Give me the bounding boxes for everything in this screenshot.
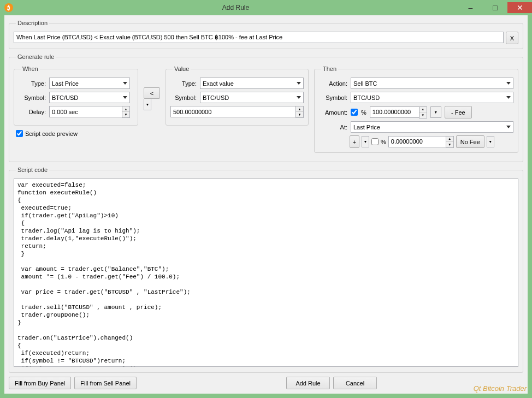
description-input[interactable] [14, 32, 504, 43]
plus-button[interactable]: + [350, 135, 359, 148]
generate-rule-fieldset: Generate rule When Type: Last Price Symb… [9, 54, 523, 162]
then-symbol-label: Symbol: [319, 94, 347, 101]
description-clear-button[interactable]: X [506, 32, 518, 44]
then-legend: Then [321, 66, 338, 72]
minus-fee-button[interactable]: - Fee [445, 106, 472, 118]
window-title: Add Rule [13, 4, 458, 11]
when-symbol-select[interactable]: BTC/USD [49, 92, 130, 103]
minimize-button[interactable]: – [458, 2, 483, 13]
value-amount-input[interactable] [170, 106, 295, 117]
cancel-button[interactable]: Cancel [333, 377, 377, 389]
script-code-fieldset: Script code var executed=false; function… [9, 167, 523, 373]
add-rule-button[interactable]: Add Rule [286, 377, 330, 389]
then-at-label: At: [319, 124, 347, 130]
maximize-button[interactable]: □ [483, 2, 507, 13]
when-type-select[interactable]: Last Price [49, 78, 130, 89]
titlebar: ₿ Add Rule – □ ✕ [0, 0, 532, 15]
when-legend: When [21, 66, 40, 72]
fill-from-sell-button[interactable]: Fill from Sell Panel [74, 377, 137, 389]
when-delay-spinner[interactable]: ▲▼ [122, 106, 130, 118]
offset-input[interactable] [388, 136, 446, 147]
close-button[interactable]: ✕ [507, 2, 532, 13]
then-amount-input[interactable] [370, 106, 419, 118]
then-amount-label: Amount: [319, 109, 347, 116]
offset-spinner[interactable]: ▲▼ [446, 136, 454, 148]
plus-dropdown[interactable]: ▼ [362, 136, 369, 147]
when-delay-input[interactable] [49, 106, 122, 117]
bottom-toolbar: Fill from Buy Panel Fill from Sell Panel… [9, 377, 523, 389]
value-type-label: Type: [170, 80, 197, 87]
when-type-label: Type: [19, 80, 46, 87]
then-action-select[interactable]: Sell BTC [351, 78, 513, 89]
then-amount-spinner[interactable]: ▲▼ [419, 106, 427, 118]
generate-rule-legend: Generate rule [16, 54, 56, 60]
nofee-dropdown[interactable]: ▼ [487, 136, 494, 147]
then-action-label: Action: [319, 80, 347, 87]
description-fieldset: Description X [9, 20, 523, 49]
value-amount-spinner[interactable]: ▲▼ [295, 106, 304, 118]
when-fieldset: When Type: Last Price Symbol: BTC/USD De… [14, 66, 138, 126]
bitcoin-icon: ₿ [4, 3, 13, 12]
brand-label: Qt Bitcoin Trader [474, 384, 527, 393]
value-fieldset: Value Type: Exact value Symbol: BTC/USD … [165, 66, 309, 126]
value-legend: Value [173, 66, 191, 72]
amount-checkbox[interactable] [351, 109, 358, 116]
when-symbol-label: Symbol: [19, 94, 46, 101]
value-symbol-label: Symbol: [170, 94, 197, 101]
content-area: Description X Generate rule When Type: L… [4, 15, 528, 394]
offset-checkbox[interactable] [371, 138, 379, 145]
amount-percent-label: % [361, 109, 367, 116]
then-symbol-select[interactable]: BTC/USD [351, 92, 513, 103]
script-code-textarea[interactable]: var executed=false; function executeRule… [14, 179, 518, 367]
then-at-select[interactable]: Last Price [351, 121, 513, 133]
no-fee-button[interactable]: No Fee [456, 135, 484, 148]
compare-dropdown[interactable]: ▼ [144, 99, 151, 110]
description-legend: Description [16, 20, 49, 26]
offset-percent-label: % [381, 139, 386, 145]
when-delay-label: Delay: [19, 109, 46, 115]
window-controls: – □ ✕ [458, 2, 532, 13]
script-preview-checkbox[interactable] [16, 130, 23, 137]
script-preview-label: Script code preview [25, 130, 78, 137]
less-than-button[interactable]: < [144, 87, 160, 99]
value-symbol-select[interactable]: BTC/USD [200, 92, 304, 103]
then-fieldset: Then Action: Sell BTC Symbol: BTC/USD Am… [314, 66, 518, 153]
amount-dropdown[interactable]: ▼ [430, 106, 441, 118]
value-type-select[interactable]: Exact value [200, 78, 304, 89]
script-code-legend: Script code [16, 167, 49, 173]
fill-from-buy-button[interactable]: Fill from Buy Panel [9, 377, 71, 389]
